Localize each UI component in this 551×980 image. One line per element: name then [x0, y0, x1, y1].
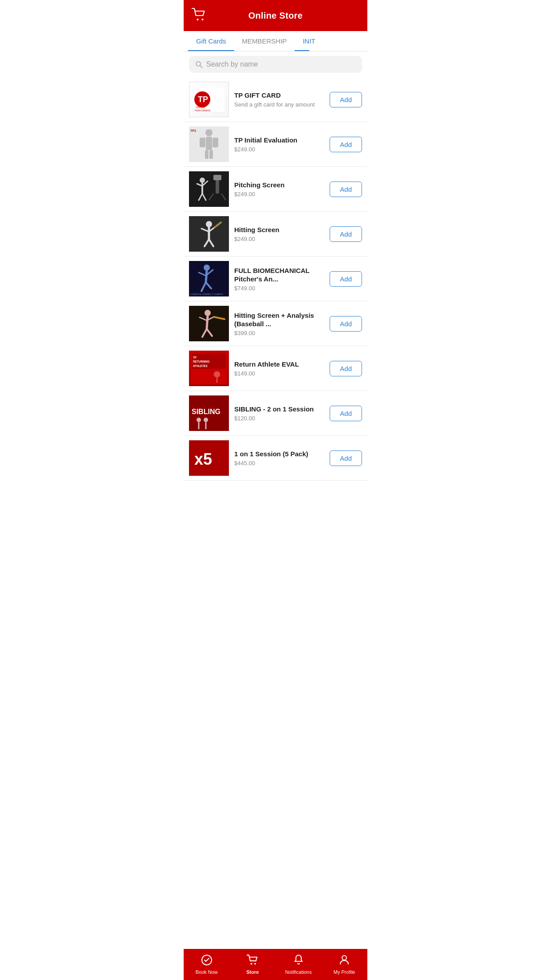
- list-item: Hitting Screen + Analysis (Baseball ... …: [184, 301, 367, 346]
- product-info: FULL BIOMECHANICAL Pitcher's An... $749.…: [229, 266, 330, 292]
- product-description: Send a gift card for any amount: [234, 101, 324, 108]
- add-button[interactable]: Add: [330, 226, 362, 242]
- product-image: [189, 216, 229, 252]
- product-price: $399.00: [234, 330, 324, 336]
- product-name: TP Initial Evaluation: [234, 136, 324, 145]
- svg-point-0: [197, 19, 199, 20]
- add-button[interactable]: Add: [330, 92, 362, 107]
- tab-membership[interactable]: MEMBERSHIP: [234, 31, 295, 51]
- page-title: Online Store: [248, 11, 303, 21]
- svg-line-38: [206, 271, 207, 282]
- list-item: TP TINSLE PERFORMAN TP GIFT CARD Send a …: [184, 77, 367, 122]
- list-item: x5 1 on 1 Session (5 Pack) $445.00 Add: [184, 436, 367, 481]
- tab-init[interactable]: INIT: [295, 31, 323, 51]
- category-tabs: Gift Cards MEMBERSHIP INIT: [184, 31, 367, 51]
- svg-point-57: [214, 371, 220, 377]
- svg-rect-12: [200, 138, 205, 147]
- search-bar: [189, 56, 362, 73]
- product-price: $249.00: [234, 236, 324, 242]
- app-header: Online Store: [184, 0, 367, 31]
- svg-line-3: [200, 66, 202, 68]
- svg-rect-15: [209, 150, 213, 159]
- product-info: Hitting Screen $249.00: [229, 225, 330, 242]
- product-info: Pitching Screen $249.00: [229, 181, 330, 198]
- product-info: Hitting Screen + Analysis (Baseball ... …: [229, 311, 330, 336]
- svg-text:x5: x5: [194, 450, 212, 468]
- list-item: TP RETURNING ATHLETES Return Athlete EVA…: [184, 346, 367, 391]
- product-name: Hitting Screen + Analysis (Baseball ...: [234, 311, 324, 328]
- svg-point-10: [205, 129, 213, 136]
- product-name: FULL BIOMECHANICAL Pitcher's An...: [234, 266, 324, 284]
- tab-gift-cards[interactable]: Gift Cards: [188, 31, 234, 51]
- product-image: TP2: [189, 126, 229, 162]
- add-button[interactable]: Add: [330, 137, 362, 152]
- svg-text:RETURNING: RETURNING: [193, 360, 210, 363]
- search-input[interactable]: [206, 60, 356, 68]
- list-item: SIBLING SIBLING - 2 on 1 Session $120.00…: [184, 391, 367, 436]
- product-name: Hitting Screen: [234, 225, 324, 234]
- product-list: TP TINSLE PERFORMAN TP GIFT CARD Send a …: [184, 77, 367, 481]
- svg-point-61: [197, 418, 201, 422]
- svg-rect-11: [206, 137, 212, 150]
- svg-text:SIBLING: SIBLING: [192, 408, 220, 415]
- product-image: TP RETURNING ATHLETES: [189, 351, 229, 386]
- product-info: 1 on 1 Session (5 Pack) $445.00: [229, 450, 330, 466]
- product-name: TP GIFT CARD: [234, 91, 324, 100]
- svg-text:TP: TP: [193, 356, 197, 359]
- search-icon: [195, 60, 203, 68]
- product-info: SIBLING - 2 on 1 Session $120.00: [229, 405, 330, 422]
- list-item: Pitching Screen $249.00 Add: [184, 167, 367, 212]
- list-item: COMPUTE CORRECT COMPET... FULL BIOMECHAN…: [184, 257, 367, 301]
- cart-icon[interactable]: [192, 8, 207, 23]
- svg-rect-14: [205, 150, 209, 159]
- svg-rect-17: [189, 171, 229, 207]
- add-button[interactable]: Add: [330, 271, 362, 287]
- add-button[interactable]: Add: [330, 361, 362, 376]
- add-button[interactable]: Add: [330, 406, 362, 421]
- svg-point-63: [204, 418, 208, 422]
- product-name: SIBLING - 2 on 1 Session: [234, 405, 324, 414]
- product-price: $445.00: [234, 460, 324, 466]
- product-image: [189, 171, 229, 207]
- list-item: Hitting Screen $249.00 Add: [184, 212, 367, 257]
- svg-text:TP2: TP2: [190, 129, 196, 132]
- svg-text:COMPUTE CORRECT COMPET...: COMPUTE CORRECT COMPET...: [190, 293, 224, 296]
- svg-text:PERFORMAN: PERFORMAN: [195, 109, 210, 112]
- product-image: SIBLING: [189, 395, 229, 431]
- svg-text:TINSLE: TINSLE: [196, 106, 205, 109]
- product-price: $749.00: [234, 285, 324, 292]
- product-info: TP Initial Evaluation $249.00: [229, 136, 330, 153]
- product-price: $120.00: [234, 415, 324, 422]
- add-button[interactable]: Add: [330, 450, 362, 466]
- list-item: TP2 TP Initial Evaluation $249.00 Add: [184, 122, 367, 167]
- add-button[interactable]: Add: [330, 316, 362, 332]
- product-price: $149.00: [234, 370, 324, 377]
- product-price: $249.00: [234, 146, 324, 153]
- product-price: $249.00: [234, 191, 324, 198]
- product-image: COMPUTE CORRECT COMPET...: [189, 261, 229, 296]
- product-image: x5: [189, 440, 229, 476]
- product-image: TP TINSLE PERFORMAN: [189, 82, 229, 117]
- svg-text:ATHLETES: ATHLETES: [193, 364, 208, 368]
- add-button[interactable]: Add: [330, 182, 362, 197]
- product-image: [189, 306, 229, 341]
- product-name: 1 on 1 Session (5 Pack): [234, 450, 324, 458]
- product-info: TP GIFT CARD Send a gift card for any am…: [229, 91, 330, 108]
- svg-line-46: [207, 316, 208, 329]
- product-name: Pitching Screen: [234, 181, 324, 190]
- product-name: Return Athlete EVAL: [234, 360, 324, 369]
- svg-rect-21: [213, 175, 221, 180]
- svg-point-1: [202, 19, 204, 20]
- product-info: Return Athlete EVAL $149.00: [229, 360, 330, 377]
- svg-text:TP: TP: [198, 95, 208, 104]
- svg-rect-13: [213, 138, 218, 147]
